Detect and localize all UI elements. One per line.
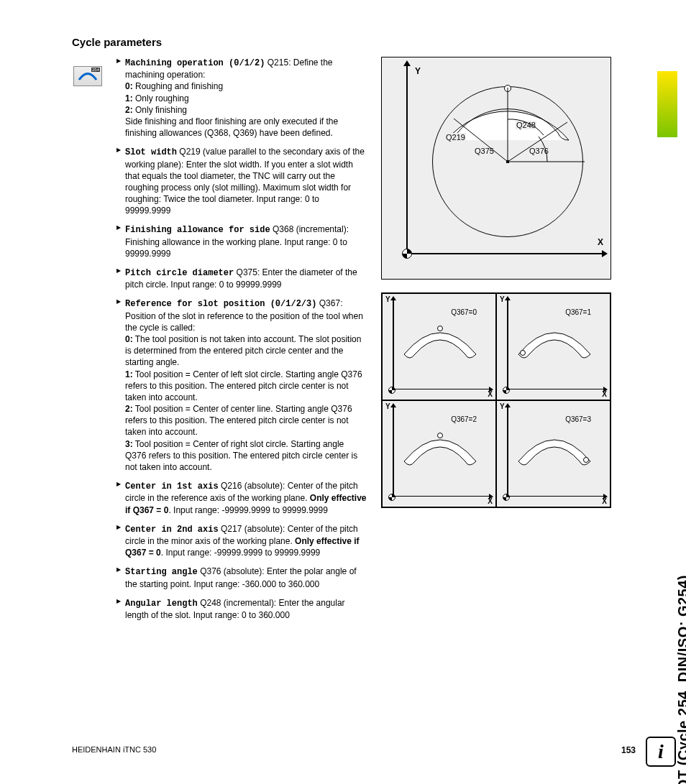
parameter-item: Starting angle Q376 (absolute): Enter th… [116, 566, 367, 589]
radial-lines [382, 57, 612, 280]
parameter-item: Pitch circle diameter Q375: Enter the di… [116, 267, 367, 290]
side-accent-bar [657, 71, 677, 137]
parameter-item: Slot width Q219 (value parallel to the s… [116, 146, 367, 216]
side-tab-title: 5.5 CIRCULAR SLOT (Cycle 254, DIN/ISO: G… [675, 575, 686, 784]
cycle-thumbnail: 254 [73, 66, 102, 86]
footer-product: HEIDENHAIN iTNC 530 [72, 745, 156, 755]
cell-q367-2: Y X Q367=2 [382, 400, 496, 507]
thumb-badge: 254 [91, 68, 100, 72]
figure-main-diagram: Y X Q219 Q248 Q375 Q376 [381, 57, 611, 280]
svg-line-2 [508, 122, 567, 162]
parameter-item: Reference for slot position (0/1/2/3) Q3… [116, 298, 367, 473]
parameter-item: Angular length Q248 (incremental): Enter… [116, 597, 367, 621]
parameter-list: Machining operation (0/1/2) Q215: Define… [116, 57, 367, 621]
cell-label-0: Q367=0 [451, 308, 477, 316]
cell-label-2: Q367=2 [451, 415, 477, 423]
side-tab: 5.5 CIRCULAR SLOT (Cycle 254, DIN/ISO: G… [656, 29, 680, 575]
cell-label-1: Q367=1 [565, 308, 591, 316]
figure-reference-grid: Y X Q367=0 Y X Q367=1 Y X Q367=2 [381, 292, 611, 508]
parameter-item: Center in 2nd axis Q217 (absolute): Cent… [116, 523, 367, 559]
cell-label-3: Q367=3 [565, 415, 591, 423]
parameter-item: Center in 1st axis Q216 (absolute): Cent… [116, 480, 367, 516]
svg-line-0 [454, 119, 508, 162]
cell-q367-0: Y X Q367=0 [382, 293, 496, 400]
page-footer: HEIDENHAIN iTNC 530 153 [72, 745, 636, 755]
cell-q367-3: Y X Q367=3 [496, 400, 610, 507]
page-number: 153 [621, 745, 636, 755]
parameter-item: Machining operation (0/1/2) Q215: Define… [116, 57, 367, 139]
info-icon: i [646, 737, 676, 767]
section-heading: Cycle parameters [72, 36, 664, 48]
parameter-item: Finishing allowance for side Q368 (incre… [116, 223, 367, 259]
cell-q367-1: Y X Q367=1 [496, 293, 610, 400]
